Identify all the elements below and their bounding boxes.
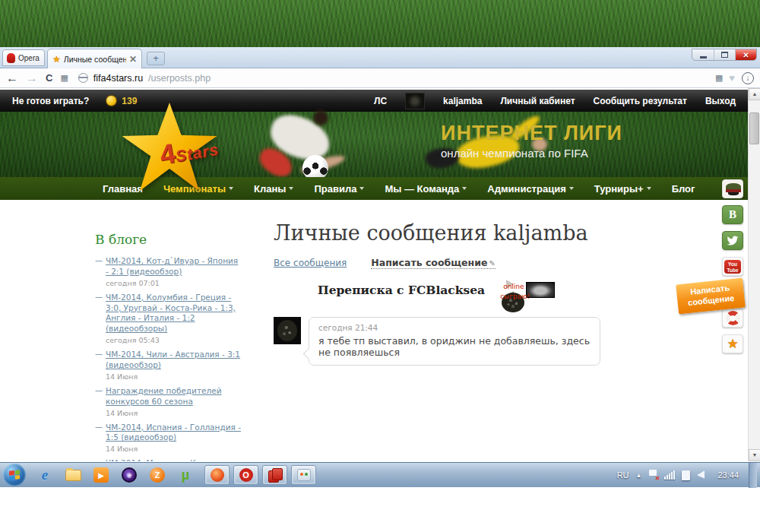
blog-post-link[interactable]: ЧМ-2014, Испания - Голландия - 1:5 (виде… <box>106 423 241 444</box>
page-content: В блоге ЧМ-2014, Кот-д`Ивуар - Япония - … <box>0 200 748 461</box>
new-tab-button[interactable]: + <box>147 52 165 65</box>
action-center-flag-icon[interactable] <box>648 470 657 480</box>
military-cap-icon[interactable] <box>722 179 743 198</box>
chevron-down-icon <box>289 187 293 190</box>
windows-update-icon[interactable] <box>682 470 690 480</box>
vertical-scrollbar[interactable]: ▲ ▼ <box>748 88 760 461</box>
browser-tab[interactable]: ★ Личные сообщения kalja ✕ <box>47 49 142 68</box>
blog-post-date: 14 Июня <box>106 409 241 417</box>
list-item: Награждение победителей конкурсов 60 сез… <box>95 386 241 417</box>
twitter-icon[interactable] <box>722 231 743 250</box>
banner-title: ИНТЕРНЕТ ЛИГИ <box>441 122 622 145</box>
taskbar-app-fire[interactable] <box>204 465 230 485</box>
media-center-icon[interactable]: ◉ <box>121 467 138 483</box>
conversation-title: Переписка с FCBlacksea <box>318 283 485 297</box>
downloads-button[interactable]: ↓ <box>742 72 754 84</box>
message-bubble: сегодня 21:44 я тебе тп выставил, в орид… <box>309 317 600 366</box>
scrollbar-thumb[interactable] <box>749 112 759 144</box>
not-ready-link[interactable]: Не готов играть? <box>12 96 89 106</box>
opera-menu-label: Opera <box>18 54 40 62</box>
blog-post-date: сегодня 05:43 <box>106 336 241 344</box>
tray-expand-icon[interactable]: ▲ <box>636 472 642 479</box>
own-avatar[interactable] <box>526 282 555 298</box>
orange-app-icon[interactable]: Z <box>149 467 166 483</box>
pencil-icon: ✎ <box>489 259 495 268</box>
browser-tab-bar: Opera ★ Личные сообщения kalja ✕ + ✕ <box>0 47 760 68</box>
blog-post-link[interactable]: ЧМ-2014, Колумбия - Греция - 3:0, Уругва… <box>106 293 241 334</box>
show-desktop-button[interactable] <box>749 463 757 488</box>
maximize-button[interactable] <box>714 49 735 60</box>
internet-explorer-icon[interactable]: e <box>36 467 53 483</box>
user-avatar[interactable] <box>405 93 425 109</box>
reload-button[interactable]: C <box>46 72 52 84</box>
utorrent-icon[interactable]: µ <box>177 467 194 483</box>
volume-icon[interactable] <box>697 470 708 480</box>
desktop: Opera ★ Личные сообщения kalja ✕ + ✕ ← →… <box>0 0 760 532</box>
url-path: /userposts.php <box>148 73 211 84</box>
banner-title-block: ИНТЕРНЕТ ЛИГИ онлайн чемпионата по FIFA <box>441 122 622 160</box>
menu-item-championships[interactable]: Чемпионаты <box>163 183 233 195</box>
message-timestamp: сегодня 21:44 <box>318 323 591 332</box>
tab-close-icon[interactable]: ✕ <box>129 54 137 65</box>
start-button[interactable] <box>3 464 26 486</box>
opera-menu-button[interactable]: Opera <box>2 49 45 66</box>
folder-icon[interactable] <box>65 467 81 483</box>
blog-post-date: сегодня 07:01 <box>106 279 241 287</box>
site-banner: 4Stars ИНТЕРНЕТ ЛИГИ онлайн чемпионата п… <box>0 112 748 177</box>
scroll-down-button[interactable]: ▼ <box>749 449 760 461</box>
message-actions: Все сообщения Написать сообщение✎ <box>274 257 600 269</box>
taskbar-app-pages[interactable] <box>262 465 287 485</box>
menu-item-home[interactable]: Главная <box>103 183 143 195</box>
network-signal-icon[interactable] <box>664 470 675 480</box>
list-item: ЧМ-2014, Чили - Австралия - 3:1 (видеооб… <box>95 350 241 381</box>
user-menu: ЛС kaljamba Личный кабинет Сообщить резу… <box>374 93 736 109</box>
write-message-link[interactable]: Написать сообщение✎ <box>371 257 496 269</box>
menu-item-team[interactable]: Мы — Команда <box>385 183 467 195</box>
menu-item-rules[interactable]: Правила <box>314 183 364 195</box>
list-item: ЧМ-2014, Колумбия - Греция - 3:0, Уругва… <box>95 293 241 344</box>
online-status: online <box>503 283 524 290</box>
bookmark-heart-icon[interactable]: ♥ <box>729 72 735 84</box>
menu-item-tournaments[interactable]: Турниры+ <box>594 183 651 195</box>
chevron-down-icon <box>647 187 651 190</box>
menu-item-administration[interactable]: Администрация <box>487 183 573 195</box>
menu-item-blog[interactable]: Блог <box>672 183 695 195</box>
whistle-icon[interactable] <box>722 309 743 328</box>
blog-post-link[interactable]: ЧМ-2014, Чили - Австралия - 3:1 (видеооб… <box>106 350 241 371</box>
forward-button[interactable]: → <box>26 71 38 85</box>
all-messages-link[interactable]: Все сообщения <box>274 258 347 268</box>
address-bar[interactable]: fifa4stars.ru/userposts.php <box>75 73 708 84</box>
cabinet-link[interactable]: Личный кабинет <box>500 96 575 106</box>
taskbar-app-opera[interactable]: O <box>233 465 258 485</box>
vk-icon[interactable]: В <box>722 205 743 224</box>
youtube-icon[interactable]: YouTube <box>722 257 743 276</box>
speed-dial-icon[interactable]: ▦ <box>60 73 67 83</box>
close-button[interactable]: ✕ <box>735 49 756 60</box>
back-button[interactable]: ← <box>6 71 18 85</box>
list-item: ЧМ-2014, Кот-д`Ивуар - Япония - 2:1 (вид… <box>95 256 241 287</box>
scroll-up-button[interactable]: ▲ <box>749 88 760 100</box>
minimize-button[interactable] <box>692 49 714 60</box>
username-label[interactable]: kaljamba <box>443 96 482 106</box>
extensions-icon[interactable]: ▦ <box>715 73 722 83</box>
private-messages-link[interactable]: ЛС <box>374 96 387 106</box>
star-bookmark-icon[interactable]: ★ <box>722 334 743 353</box>
sender-avatar[interactable] <box>274 317 301 344</box>
blog-post-link[interactable]: Награждение победителей конкурсов 60 сез… <box>106 386 241 407</box>
report-result-link[interactable]: Сообщить результат <box>594 96 687 106</box>
chevron-down-icon <box>569 187 574 190</box>
clock[interactable]: 23:44 <box>717 470 739 480</box>
taskbar-app-messenger[interactable] <box>291 465 316 485</box>
main-menu: Главная Чемпионаты Кланы Правила Мы — Ко… <box>0 177 748 200</box>
blog-post-link[interactable]: ЧМ-2014, Мексика - Камерун - 1:0 (видеоо… <box>106 458 241 461</box>
media-player-icon[interactable]: ▶ <box>93 467 109 483</box>
language-indicator[interactable]: RU <box>617 470 629 480</box>
opera-logo-icon <box>7 53 15 63</box>
blog-post-link[interactable]: ЧМ-2014, Кот-д`Ивуар - Япония - 2:1 (вид… <box>106 256 241 277</box>
menu-item-clans[interactable]: Кланы <box>254 183 293 195</box>
banner-subtitle: онлайн чемпионата по FIFA <box>441 147 622 160</box>
conversation-header: Переписка с FCBlacksea online сыграю! <box>274 280 600 300</box>
logout-link[interactable]: Выход <box>705 96 736 106</box>
play-status: сыграю! <box>500 293 530 300</box>
list-item: ЧМ-2014, Мексика - Камерун - 1:0 (видеоо… <box>95 458 241 461</box>
